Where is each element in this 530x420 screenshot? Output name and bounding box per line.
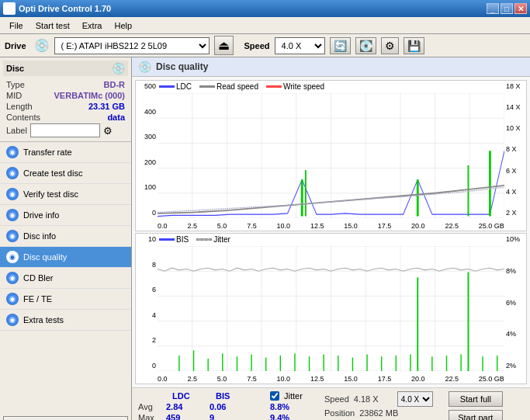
disc-header-label: Disc: [6, 64, 24, 73]
disc-length-row: Length 23.31 GB: [3, 101, 128, 112]
chart1-legend: LDC Read speed Write speed: [159, 82, 324, 91]
start-part-button[interactable]: Start part: [449, 410, 503, 420]
app-title: Opti Drive Control 1.70: [19, 4, 487, 13]
sidebar-item-extra-tests[interactable]: ◉ Extra tests: [0, 310, 131, 331]
legend-ldc-label: LDC: [176, 82, 192, 91]
chart2-legend: BIS Jitter: [159, 235, 230, 244]
jitter-avg-row: 8.8%: [270, 402, 309, 411]
disc-label-row: Label ⚙: [3, 123, 128, 138]
chart2-x-axis: 0.02.55.07.510.012.515.017.520.022.525.0…: [158, 375, 504, 383]
create-test-disc-label: Create test disc: [23, 168, 82, 178]
fe-te-icon: ◉: [6, 293, 19, 305]
drive-info-label: Drive info: [23, 210, 59, 220]
content-header-title: Disc quality: [156, 61, 208, 72]
stats-ldc-header: LDC: [172, 391, 211, 401]
disc-header: Disc 💿: [3, 61, 128, 76]
legend-ldc: LDC: [159, 82, 192, 91]
eject-button[interactable]: ⏏: [214, 36, 234, 55]
legend-ldc-color: [159, 85, 175, 88]
sidebar-item-disc-info[interactable]: ◉ Disc info: [0, 226, 131, 247]
position-value: 23862 MB: [359, 408, 398, 418]
legend-bis: BIS: [159, 235, 189, 244]
drive-label: Drive: [5, 41, 26, 50]
drivebar: Drive 💿 ( E:) ATAPI iHBS212 2 5L09 ⏏ Spe…: [0, 34, 530, 57]
legend-read-speed-color: [199, 85, 215, 88]
app-icon: ⊙: [3, 2, 16, 15]
sidebar-item-disc-quality[interactable]: ◉ Disc quality: [0, 247, 131, 268]
verify-test-disc-icon: ◉: [6, 188, 19, 200]
maximize-button[interactable]: □: [501, 3, 513, 14]
disc-contents-row: Contents data: [3, 112, 128, 123]
jitter-max-value: 9.4%: [270, 413, 309, 420]
drive-icon: 💿: [34, 38, 50, 53]
legend-write-speed-label: Write speed: [283, 82, 324, 91]
speed-value: 4.18 X: [354, 394, 393, 404]
sidebar-item-cd-bler[interactable]: ◉ CD Bler: [0, 268, 131, 289]
chart1-x-axis: 0.02.55.07.510.012.515.017.520.022.525.0…: [158, 222, 504, 230]
stats-headers-row: LDC BIS: [138, 391, 255, 401]
charts-area: LDC Read speed Write speed 5004003002001…: [132, 77, 530, 387]
jitter-label: Jitter: [284, 391, 303, 401]
sidebar-item-fe-te[interactable]: ◉ FE / TE: [0, 289, 131, 310]
sidebar-item-transfer-rate[interactable]: ◉ Transfer rate: [0, 142, 131, 163]
chart1-y-right: 18 X14 X10 X8 X6 X4 X2 X: [504, 81, 526, 218]
close-button[interactable]: ✕: [514, 3, 527, 14]
fe-te-label: FE / TE: [23, 294, 52, 304]
start-full-button[interactable]: Start full: [449, 391, 503, 407]
cd-bler-icon: ◉: [6, 272, 19, 284]
disc-mid-label: MID: [6, 91, 22, 100]
speed-select[interactable]: 4.0 X: [275, 37, 325, 54]
chart1-y-left: 5004003002001000: [136, 81, 158, 218]
refresh-button[interactable]: 🔄: [330, 37, 351, 54]
save-button[interactable]: 💾: [404, 37, 424, 54]
disc-length-label: Length: [6, 102, 33, 111]
status-window-button[interactable]: Status window > >: [3, 416, 128, 420]
main-layout: Disc 💿 Type BD-R MID VERBATIMc (000) Len…: [0, 57, 530, 420]
speed-quality-select[interactable]: 4.0 X: [397, 391, 433, 407]
jitter-checkbox[interactable]: [270, 391, 279, 401]
menu-help[interactable]: Help: [108, 19, 138, 32]
transfer-rate-icon: ◉: [6, 146, 19, 158]
disc-panel: Disc 💿 Type BD-R MID VERBATIMc (000) Len…: [0, 57, 131, 142]
stats-max-bis: 9: [210, 413, 248, 420]
legend-bis-color: [159, 238, 175, 241]
sidebar-item-verify-test-disc[interactable]: ◉ Verify test disc: [0, 184, 131, 205]
stats-col-speed: Speed 4.18 X 4.0 X Position 23862 MB Sam…: [324, 391, 433, 420]
settings-button[interactable]: ⚙: [381, 37, 399, 54]
drive-select[interactable]: ( E:) ATAPI iHBS212 2 5L09: [54, 37, 210, 54]
speed-row: Speed 4.18 X 4.0 X: [324, 391, 433, 407]
cd-bler-label: CD Bler: [23, 273, 54, 283]
minimize-button[interactable]: _: [487, 3, 499, 14]
legend-bis-label: BIS: [176, 235, 189, 244]
drive-info-icon: ◉: [6, 209, 19, 221]
disc-quality-icon: ◉: [6, 251, 19, 263]
disc-mid-row: MID VERBATIMc (000): [3, 90, 128, 101]
legend-jitter: Jitter: [196, 235, 230, 244]
disc-label-input[interactable]: [30, 123, 100, 137]
disc-length-value: 23.31 GB: [88, 102, 125, 111]
stats-bar: LDC BIS Avg 2.84 0.06 Max 459 9 Total 10…: [132, 387, 530, 420]
disc-button[interactable]: 💽: [355, 37, 376, 54]
window-controls: _ □ ✕: [487, 3, 527, 14]
extra-tests-icon: ◉: [6, 314, 19, 326]
stats-max-label: Max: [138, 413, 161, 420]
legend-read-speed: Read speed: [199, 82, 258, 91]
sidebar-item-drive-info[interactable]: ◉ Drive info: [0, 205, 131, 226]
disc-type-value: BD-R: [104, 80, 126, 89]
menu-start-test[interactable]: Start test: [29, 19, 76, 32]
verify-test-disc-label: Verify test disc: [23, 189, 78, 199]
create-test-disc-icon: ◉: [6, 167, 19, 179]
sidebar-item-create-test-disc[interactable]: ◉ Create test disc: [0, 163, 131, 184]
extra-tests-label: Extra tests: [23, 315, 64, 325]
content-header-icon: 💿: [138, 61, 151, 73]
legend-jitter-color: [196, 238, 212, 241]
disc-header-icon: 💿: [112, 62, 125, 75]
chart1-svg: [158, 93, 504, 218]
legend-write-speed: Write speed: [266, 82, 324, 91]
menu-file[interactable]: File: [3, 19, 29, 32]
disc-mid-value: VERBATIMc (000): [54, 91, 125, 100]
menu-extra[interactable]: Extra: [76, 19, 109, 32]
disc-label-icon[interactable]: ⚙: [103, 125, 113, 137]
stats-bis-header: BIS: [216, 391, 255, 401]
stats-max-ldc: 459: [166, 413, 205, 420]
